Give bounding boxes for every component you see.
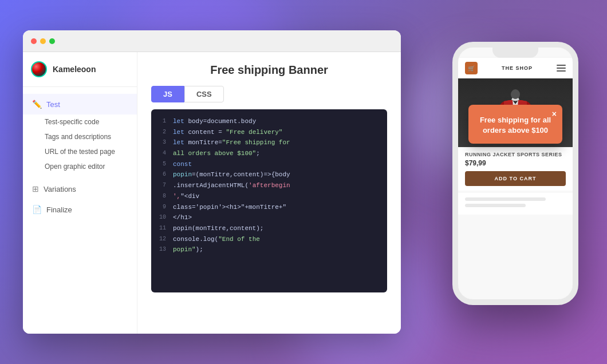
file-icon: 📄	[32, 205, 42, 214]
nav-label-test: Test	[46, 100, 60, 109]
banner-popup: × Free shipping for all orders above $10…	[468, 105, 562, 144]
add-to-cart-button[interactable]: ADD TO CART	[465, 171, 566, 186]
phone-notch	[492, 48, 538, 58]
phone-container: 🛒 THE SHOP	[452, 42, 584, 322]
nav-items: ✏️ Test Test-specific code Tags and desc…	[23, 87, 137, 227]
sub-nav-url[interactable]: URL of the tested page	[32, 144, 128, 159]
phone-screen: 🛒 THE SHOP	[458, 48, 573, 299]
nav-item-test[interactable]: ✏️ Test	[23, 94, 137, 114]
shop-logo-icon: 🛒	[465, 62, 478, 74]
code-line-9: 9 class='popin'><h1>"+monTitre+"	[158, 202, 380, 213]
code-line-13: 13 popin");	[158, 244, 380, 255]
ham-line-1	[557, 65, 566, 66]
nav-item-finalize[interactable]: 📄 Finalize	[23, 199, 137, 220]
svg-point-0	[511, 89, 520, 100]
gray-line-1	[465, 197, 546, 201]
product-extra-info	[458, 193, 573, 215]
pencil-icon: ✏️	[32, 100, 42, 109]
code-tabs: JS CSS	[151, 86, 387, 102]
browser-bar	[23, 30, 401, 52]
sub-nav-test-specific[interactable]: Test-specific code	[32, 114, 128, 129]
code-line-2: 2 let content = "Free delivery"	[158, 127, 380, 138]
browser-dot-yellow	[40, 38, 46, 44]
desktop-mockup: Kameleoon ✏️ Test Test-specific code Tag…	[23, 30, 401, 334]
logo-area: Kameleoon	[23, 52, 137, 87]
sub-nav-test: Test-specific code Tags and descriptions…	[23, 114, 137, 179]
code-line-1: 1 let body=document.body	[158, 116, 380, 127]
code-line-12: 12 console.log("End of the	[158, 234, 380, 245]
ham-line-3	[557, 70, 566, 72]
gray-line-2	[465, 204, 526, 207]
shop-name: THE SHOP	[502, 65, 533, 71]
code-line-7: 7 .insertAdjacentHTML('afterbegin	[158, 180, 380, 191]
nav-item-variations[interactable]: ⊞ Variations	[23, 179, 137, 199]
product-section: Running Jacket Sports Series $79,99 ADD …	[458, 147, 573, 215]
grid-icon: ⊞	[32, 184, 39, 193]
phone-mockup: 🛒 THE SHOP	[452, 42, 578, 305]
nav-label-variations: Variations	[44, 185, 76, 193]
tab-js[interactable]: JS	[151, 86, 184, 102]
code-line-8: 8 ',"<div	[158, 191, 380, 202]
sub-nav-tags[interactable]: Tags and descriptions	[32, 129, 128, 144]
tab-css[interactable]: CSS	[184, 86, 224, 102]
hamburger-menu[interactable]	[557, 65, 566, 72]
product-name: Running Jacket Sports Series	[465, 152, 566, 157]
code-line-3: 3 let monTitre="Free shipping for	[158, 137, 380, 148]
nav-label-finalize: Finalize	[46, 205, 72, 214]
logo-text: Kameleoon	[53, 65, 96, 74]
ham-line-2	[557, 68, 566, 69]
banner-title: Free shipping for all orders above $100	[478, 115, 553, 136]
code-line-11: 11 popin(monTitre,content);	[158, 223, 380, 234]
code-line-5: 5 const	[158, 159, 380, 170]
code-line-6: 6 popin=(monTitre,content)=>{body	[158, 169, 380, 180]
product-info: Running Jacket Sports Series $79,99 ADD …	[458, 147, 573, 191]
page-title: Free shipping Banner	[151, 64, 387, 77]
kameleoon-logo	[31, 61, 47, 77]
banner-close-button[interactable]: ×	[552, 109, 557, 118]
browser-dot-red	[31, 38, 37, 44]
code-line-4: 4 all orders above $100";	[158, 148, 380, 159]
browser-dot-green	[49, 38, 55, 44]
main-content: Free shipping Banner JS CSS 1 let body=d…	[137, 52, 401, 334]
product-price: $79,99	[465, 159, 566, 167]
shop-header: 🛒 THE SHOP	[458, 58, 573, 78]
code-line-10: 10 </h1>	[158, 212, 380, 223]
code-editor[interactable]: 1 let body=document.body 2 let content =…	[151, 109, 387, 292]
sub-nav-graphic[interactable]: Open graphic editor	[32, 159, 128, 174]
sidebar: Kameleoon ✏️ Test Test-specific code Tag…	[23, 52, 137, 334]
